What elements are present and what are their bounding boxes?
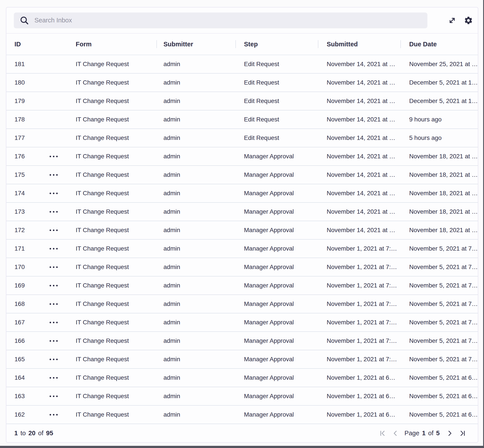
range-to-label: to	[20, 430, 26, 437]
cell-step: Manager Approval	[235, 295, 318, 313]
table-row[interactable]: 176 IT Change Request admin Manager Appr…	[6, 147, 478, 166]
cell-form: IT Change Request	[66, 55, 156, 73]
cell-submitted: November 1, 2021 at 6…	[318, 406, 400, 424]
row-menu-button[interactable]	[48, 320, 59, 325]
search-input[interactable]	[34, 16, 422, 24]
table-row[interactable]: 169 IT Change Request admin Manager Appr…	[6, 277, 478, 295]
row-menu-cell	[41, 369, 66, 387]
window-bottom-edge	[0, 446, 484, 448]
table-row[interactable]: 178 IT Change Request admin Edit Request…	[6, 111, 478, 129]
row-menu-cell	[41, 73, 66, 92]
row-menu-cell	[41, 129, 66, 147]
row-menu-button[interactable]	[48, 209, 59, 214]
table-row[interactable]: 166 IT Change Request admin Manager Appr…	[6, 332, 478, 350]
table-row[interactable]: 172 IT Change Request admin Manager Appr…	[6, 221, 478, 240]
table-row[interactable]: 180 IT Change Request admin Edit Request…	[6, 73, 478, 92]
last-page-button[interactable]	[457, 428, 468, 439]
prev-page-button[interactable]	[390, 428, 401, 439]
column-header-id[interactable]: ID	[6, 34, 41, 55]
cell-due-date: November 18, 2021 at …	[400, 221, 478, 239]
row-menu-button[interactable]	[48, 228, 59, 233]
column-header-submitted[interactable]: Submitted	[318, 34, 400, 55]
next-page-button[interactable]	[445, 428, 455, 439]
table-row[interactable]: 170 IT Change Request admin Manager Appr…	[6, 258, 478, 277]
first-page-button[interactable]	[377, 428, 388, 439]
column-header-due-date[interactable]: Due Date	[400, 34, 478, 55]
row-menu-cell	[41, 313, 66, 331]
ellipsis-icon	[56, 377, 58, 379]
row-menu-button[interactable]	[48, 191, 59, 196]
row-menu-button[interactable]	[48, 338, 59, 344]
ellipsis-icon	[53, 377, 55, 379]
table-row[interactable]: 165 IT Change Request admin Manager Appr…	[6, 350, 478, 369]
table-row[interactable]: 162 IT Change Request admin Manager Appr…	[6, 406, 478, 424]
cell-id: 180	[6, 73, 41, 92]
cell-submitted: November 14, 2021 at …	[318, 147, 400, 165]
table-row[interactable]: 181 IT Change Request admin Edit Request…	[6, 55, 478, 73]
table-row[interactable]: 175 IT Change Request admin Manager Appr…	[6, 166, 478, 184]
cell-step: Manager Approval	[235, 147, 318, 165]
table-row[interactable]: 174 IT Change Request admin Manager Appr…	[6, 184, 478, 203]
row-menu-button[interactable]	[48, 172, 59, 177]
row-menu-button[interactable]	[48, 357, 59, 362]
cell-submitter: admin	[156, 184, 235, 202]
page-current: 1	[422, 430, 425, 437]
cell-form: IT Change Request	[66, 369, 156, 387]
cell-step: Manager Approval	[235, 203, 318, 221]
ellipsis-icon	[50, 322, 51, 323]
cell-id: 178	[6, 111, 41, 128]
row-menu-cell	[41, 111, 66, 128]
ellipsis-icon	[50, 192, 51, 194]
cell-form: IT Change Request	[66, 111, 156, 128]
row-menu-button[interactable]	[48, 302, 59, 307]
cell-step: Edit Request	[235, 111, 318, 128]
table-row[interactable]: 177 IT Change Request admin Edit Request…	[6, 129, 478, 147]
cell-submitter: admin	[156, 147, 235, 165]
ellipsis-icon	[53, 211, 55, 213]
ellipsis-icon	[50, 340, 51, 342]
expand-button[interactable]	[446, 14, 459, 27]
cell-id: 181	[6, 55, 41, 73]
cell-submitted: November 1, 2021 at 7:…	[318, 258, 400, 276]
ellipsis-icon	[50, 156, 51, 157]
ellipsis-icon	[56, 414, 58, 416]
cell-due-date: November 18, 2021 at …	[400, 203, 478, 221]
cell-submitted: November 1, 2021 at 7:…	[318, 295, 400, 313]
row-menu-button[interactable]	[48, 246, 59, 251]
settings-button[interactable]	[462, 14, 475, 27]
table-row[interactable]: 168 IT Change Request admin Manager Appr…	[6, 295, 478, 313]
pagination: Page 1 of 5	[377, 428, 468, 439]
column-header-step[interactable]: Step	[235, 34, 318, 55]
row-menu-button[interactable]	[48, 412, 59, 417]
table-row[interactable]: 173 IT Change Request admin Manager Appr…	[6, 203, 478, 221]
cell-submitter: admin	[156, 240, 235, 258]
cell-id: 162	[6, 406, 41, 424]
cell-due-date: 9 hours ago	[400, 111, 478, 128]
column-header-submitter[interactable]: Submitter	[156, 34, 235, 55]
row-menu-cell	[41, 387, 66, 405]
table-row[interactable]: 171 IT Change Request admin Manager Appr…	[6, 240, 478, 258]
row-menu-button[interactable]	[48, 265, 59, 270]
ellipsis-icon	[53, 192, 55, 194]
table-row[interactable]: 163 IT Change Request admin Manager Appr…	[6, 387, 478, 406]
row-menu-button[interactable]	[48, 283, 59, 288]
cell-due-date: November 5, 2021 at 7…	[400, 332, 478, 350]
cell-form: IT Change Request	[66, 221, 156, 239]
cell-submitter: admin	[156, 129, 235, 147]
table-row[interactable]: 179 IT Change Request admin Edit Request…	[6, 92, 478, 111]
ellipsis-icon	[56, 156, 58, 157]
cell-step: Manager Approval	[235, 369, 318, 387]
table-row[interactable]: 167 IT Change Request admin Manager Appr…	[6, 313, 478, 332]
cell-submitter: admin	[156, 369, 235, 387]
column-header-form[interactable]: Form	[66, 34, 156, 55]
table-row[interactable]: 164 IT Change Request admin Manager Appr…	[6, 369, 478, 387]
search-input-wrapper[interactable]	[14, 13, 427, 28]
row-menu-button[interactable]	[48, 154, 59, 159]
cell-id: 172	[6, 221, 41, 239]
cell-form: IT Change Request	[66, 92, 156, 110]
row-menu-button[interactable]	[48, 394, 59, 399]
cell-submitter: admin	[156, 92, 235, 110]
row-menu-button[interactable]	[48, 375, 59, 380]
ellipsis-icon	[50, 359, 51, 360]
cell-id: 176	[6, 147, 41, 165]
